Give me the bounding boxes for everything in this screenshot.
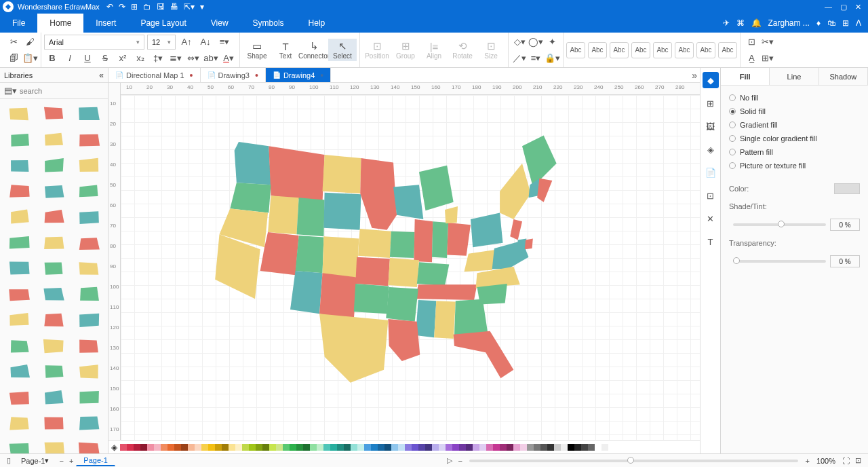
color-swatch-item[interactable]	[601, 444, 608, 451]
size-tool[interactable]: ⊡Size	[477, 39, 505, 61]
user-name[interactable]: Zargham ...	[768, 18, 810, 28]
color-swatch-item[interactable]	[520, 444, 527, 451]
library-shape[interactable]	[38, 386, 71, 409]
layout-icon[interactable]: ▯	[4, 456, 14, 465]
library-shape[interactable]	[38, 128, 71, 151]
color-swatch-item[interactable]	[330, 444, 337, 451]
color-swatch-item[interactable]	[507, 444, 513, 451]
menu-file[interactable]: File	[0, 14, 37, 33]
fill-tool-icon[interactable]: ◇▾	[511, 35, 528, 50]
menu-insert[interactable]: Insert	[83, 14, 128, 33]
color-swatch[interactable]	[834, 183, 860, 194]
color-swatch-item[interactable]	[242, 444, 249, 451]
font-select[interactable]: Arial▾	[44, 35, 144, 50]
color-swatch-item[interactable]	[405, 444, 412, 451]
library-shape[interactable]	[38, 102, 71, 125]
color-swatch-item[interactable]	[276, 444, 283, 451]
presentation-icon[interactable]: ▷	[444, 456, 455, 465]
library-shape[interactable]	[73, 360, 105, 383]
shade-slider[interactable]	[733, 223, 826, 226]
search-input[interactable]	[20, 87, 113, 95]
maximize-icon[interactable]: ▢	[840, 3, 847, 12]
color-swatch-item[interactable]	[486, 444, 493, 451]
color-swatch-item[interactable]	[439, 444, 446, 451]
menu-help[interactable]: Help	[296, 14, 338, 33]
tab-drawing4[interactable]: 📄Drawing4•	[266, 68, 331, 82]
color-swatch-item[interactable]	[310, 444, 317, 451]
library-shape[interactable]	[38, 205, 71, 228]
theme-style-2[interactable]: Abc	[588, 42, 607, 58]
close-icon[interactable]: ✕	[855, 3, 861, 12]
color-swatch-item[interactable]	[181, 444, 188, 451]
library-shape[interactable]	[38, 179, 71, 202]
export-icon[interactable]: ⇱▾	[184, 2, 195, 12]
library-shape[interactable]	[38, 153, 71, 176]
color-swatch-item[interactable]	[540, 444, 547, 451]
arrange-icon[interactable]: ⊞▾	[760, 51, 776, 66]
color-swatch-item[interactable]	[581, 444, 588, 451]
gift-icon[interactable]: 🛍	[827, 18, 835, 28]
copy-icon[interactable]: 🗐	[5, 51, 22, 66]
color-swatch-item[interactable]	[222, 444, 229, 451]
text-tool[interactable]: TText	[271, 39, 300, 61]
color-swatch-item[interactable]	[249, 444, 256, 451]
library-shape[interactable]	[3, 205, 35, 228]
vb-layers-icon[interactable]: ◈	[703, 141, 719, 157]
color-swatch-item[interactable]	[446, 444, 452, 451]
open-icon[interactable]: 🗀	[143, 2, 151, 12]
bell-icon[interactable]: 🔔	[751, 18, 762, 28]
align-tool[interactable]: |≡Align	[420, 39, 448, 61]
library-shape[interactable]	[73, 257, 105, 280]
library-shape[interactable]	[73, 437, 105, 453]
color-swatch-item[interactable]	[384, 444, 391, 451]
vb-shuffle-icon[interactable]: ✕	[703, 210, 719, 227]
theme-style-7[interactable]: Abc	[696, 42, 715, 58]
pagefit-icon[interactable]: ⊡	[743, 35, 760, 50]
color-swatch-item[interactable]	[574, 444, 581, 451]
shade-value[interactable]: 0 %	[830, 219, 860, 231]
color-swatch-item[interactable]	[357, 444, 364, 451]
color-swatch-item[interactable]	[588, 444, 595, 451]
theme-style-1[interactable]: Abc	[566, 42, 585, 58]
superscript-icon[interactable]: x²	[115, 51, 131, 66]
color-swatch-item[interactable]	[391, 444, 398, 451]
text-format-icon[interactable]: A̲	[743, 51, 760, 66]
theme-style-6[interactable]: Abc	[675, 42, 694, 58]
theme-style-8[interactable]: Abc	[718, 42, 737, 58]
minimize-icon[interactable]: —	[825, 3, 832, 12]
library-shape[interactable]	[3, 102, 35, 125]
color-swatch-item[interactable]	[127, 444, 134, 451]
library-menu-icon[interactable]: ▤▾	[4, 86, 17, 96]
library-shape[interactable]	[38, 334, 71, 357]
zoom-slider[interactable]	[469, 460, 799, 462]
color-swatch-item[interactable]	[256, 444, 262, 451]
library-shape[interactable]	[73, 282, 105, 305]
page-select[interactable]: Page-1 ▾	[14, 455, 56, 466]
color-swatch-item[interactable]	[303, 444, 310, 451]
library-shape[interactable]	[73, 153, 105, 176]
position-tool[interactable]: ⊡Position	[363, 39, 391, 61]
decrease-font-icon[interactable]: A↓	[197, 35, 214, 50]
color-swatch-item[interactable]	[296, 444, 303, 451]
select-tool[interactable]: ↖Select	[328, 39, 357, 61]
color-swatch-item[interactable]	[452, 444, 459, 451]
library-shape[interactable]	[3, 257, 35, 280]
shadow-tool-icon[interactable]: ◯▾	[528, 35, 544, 50]
color-swatch-item[interactable]	[195, 444, 201, 451]
library-shape[interactable]	[3, 308, 35, 331]
color-swatch-item[interactable]	[595, 444, 601, 451]
color-swatch-item[interactable]	[317, 444, 323, 451]
shape-tool[interactable]: ▭Shape	[243, 39, 271, 61]
color-swatch-item[interactable]	[134, 444, 140, 451]
cut-icon[interactable]: ✂	[5, 35, 22, 50]
transparency-slider[interactable]	[733, 260, 826, 263]
library-shape[interactable]	[3, 334, 35, 357]
tab-drawing3[interactable]: 📄Drawing3•	[201, 68, 266, 82]
library-shape[interactable]	[3, 128, 35, 151]
color-swatch-item[interactable]	[229, 444, 235, 451]
library-shape[interactable]	[73, 102, 105, 125]
increase-font-icon[interactable]: A↑	[178, 35, 195, 50]
library-shape[interactable]	[73, 128, 105, 151]
library-shape[interactable]	[38, 231, 71, 254]
library-shape[interactable]	[73, 411, 105, 434]
